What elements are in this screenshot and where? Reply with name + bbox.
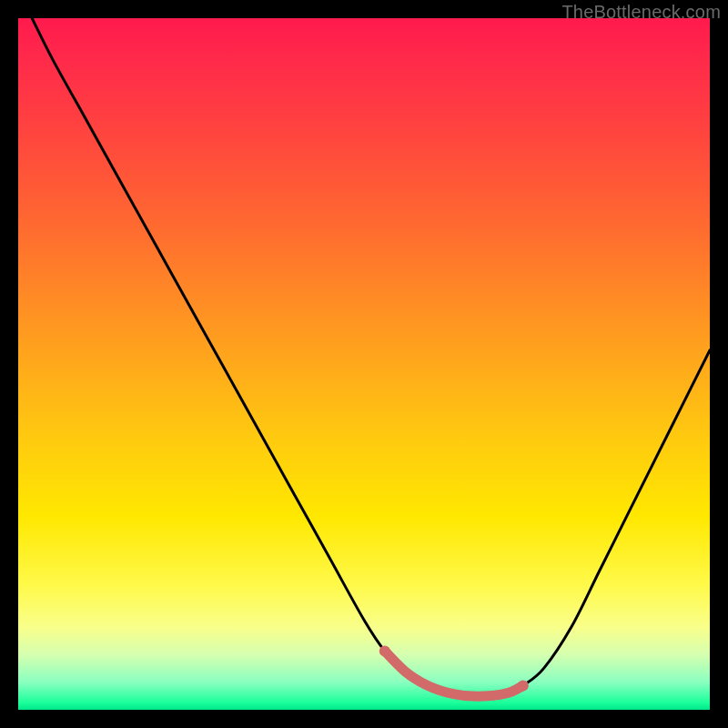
curve-path (32, 18, 710, 696)
bottleneck-curve (18, 18, 710, 710)
chart-frame: TheBottleneck.com (0, 0, 728, 728)
plot-area (18, 18, 710, 710)
highlight-path (385, 651, 523, 696)
highlight-dot-left (379, 645, 390, 656)
highlight-dot-right (518, 680, 529, 691)
